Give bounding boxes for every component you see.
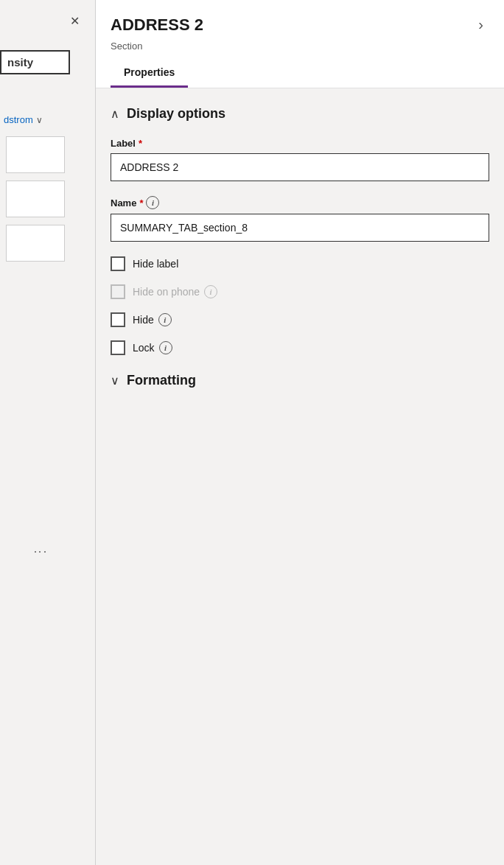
display-options-title: Display options (127, 106, 225, 122)
hide-row: Hide i (111, 312, 489, 327)
hide-info-icon[interactable]: i (158, 313, 172, 326)
name-field-group: Name * i (111, 196, 489, 242)
lock-info-icon[interactable]: i (159, 341, 172, 354)
hide-on-phone-info-icon: i (204, 285, 217, 298)
chevron-right-icon[interactable]: › (472, 13, 489, 36)
left-panel: ✕ nsity dstrom ∨ ⋮ (0, 0, 96, 865)
checkboxes-group: Hide label Hide on phone i Hide i (111, 256, 489, 355)
tab-properties[interactable]: Properties (111, 59, 188, 88)
lock-row: Lock i (111, 340, 489, 355)
left-box-2 (6, 181, 65, 217)
name-input[interactable] (111, 214, 489, 242)
formatting-chevron-icon: ∨ (111, 374, 119, 388)
panel-subtitle: Section (111, 41, 489, 52)
hide-label-text: Hide label (133, 258, 178, 270)
drag-handle-dots: ⋮ (32, 545, 49, 560)
hide-on-phone-checkbox (111, 284, 125, 299)
lock-checkbox[interactable] (111, 340, 125, 355)
tabs-row: Properties (111, 59, 489, 88)
section-collapse-icon: ∧ (111, 107, 119, 121)
hide-on-phone-row: Hide on phone i (111, 284, 489, 299)
chevron-down-icon: ∨ (36, 115, 43, 125)
lock-label-text: Lock i (133, 341, 172, 354)
left-text-block: nsity (0, 50, 70, 74)
name-required-star: * (139, 197, 143, 209)
name-info-icon[interactable]: i (146, 196, 159, 209)
label-input[interactable] (111, 153, 489, 181)
hide-label-checkbox[interactable] (111, 256, 125, 271)
label-field-group: Label * (111, 138, 489, 181)
formatting-section-header[interactable]: ∨ Formatting (111, 373, 489, 388)
display-options-section-header[interactable]: ∧ Display options (111, 106, 489, 122)
left-link[interactable]: dstrom ∨ (0, 114, 43, 125)
hide-checkbox[interactable] (111, 312, 125, 327)
hide-label-row: Hide label (111, 256, 489, 271)
right-panel: ADDRESS 2 › Section Properties ∧ Display… (96, 0, 504, 865)
panel-body: ∧ Display options Label * Name * i (96, 88, 504, 406)
hide-label-text2: Hide i (133, 313, 172, 326)
panel-header: ADDRESS 2 › Section Properties (96, 0, 504, 88)
left-boxes (6, 136, 65, 262)
label-field-label: Label * (111, 138, 489, 149)
close-button[interactable]: ✕ (64, 10, 85, 31)
label-required-star: * (139, 138, 142, 149)
left-box-3 (6, 225, 65, 262)
formatting-title: Formatting (127, 373, 196, 388)
panel-title: ADDRESS 2 (111, 15, 203, 35)
hide-on-phone-label: Hide on phone i (133, 285, 217, 298)
name-field-label: Name * i (111, 196, 489, 209)
header-top: ADDRESS 2 › (111, 13, 489, 36)
left-box-1 (6, 136, 65, 173)
